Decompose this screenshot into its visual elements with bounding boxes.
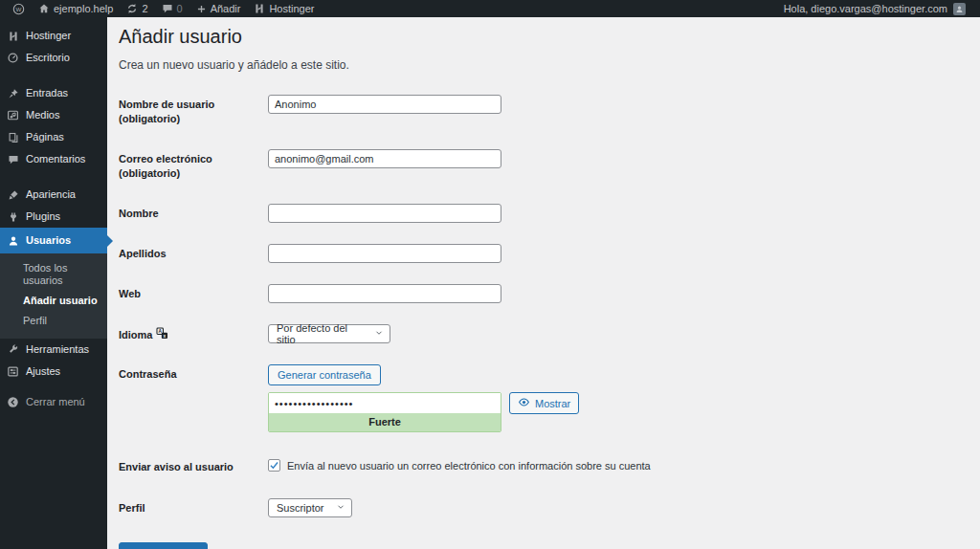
sidebar-item-medios[interactable]: Medios	[0, 104, 107, 126]
first-name-input[interactable]	[268, 204, 501, 223]
username-label: Nombre de usuario (obligatorio)	[119, 95, 268, 126]
current-menu-arrow	[107, 235, 113, 247]
sidebar-item-escritorio[interactable]: Escritorio	[0, 47, 107, 69]
form-row-last-name: Apellidos	[119, 244, 961, 263]
username-input[interactable]	[268, 95, 501, 114]
website-label: Web	[119, 284, 268, 301]
main-content: Añadir usuario Crea un nuevo usuario y a…	[107, 17, 980, 549]
avatar	[953, 3, 966, 15]
sidebar-separator	[0, 170, 107, 184]
last-name-input[interactable]	[268, 244, 501, 263]
sidebar-item-label: Usuarios	[26, 234, 71, 247]
topbar-comments[interactable]: 0	[155, 0, 189, 17]
wordpress-logo-icon: W	[12, 3, 25, 15]
password-strength-indicator: Fuerte	[269, 413, 501, 431]
submenu-item-perfil[interactable]: Perfil	[0, 311, 107, 331]
admin-sidebar: Hostinger Escritorio Entradas Medios	[0, 17, 107, 549]
form-row-website: Web	[119, 284, 961, 303]
wrench-icon	[7, 344, 19, 356]
plus-icon	[196, 4, 207, 14]
sidebar-item-label: Entradas	[26, 87, 68, 99]
collapse-menu-icon	[7, 396, 19, 408]
comments-bubble-icon	[162, 3, 173, 14]
sidebar-item-label: Ajustes	[26, 365, 60, 378]
email-input[interactable]	[268, 149, 501, 168]
topbar-updates[interactable]: 2	[120, 0, 154, 17]
language-selected-value: Por defecto del sitio	[277, 322, 367, 345]
eye-icon	[518, 396, 530, 410]
role-select[interactable]: Suscriptor	[268, 498, 352, 517]
submenu-item-todos-los-usuarios[interactable]: Todos los usuarios	[0, 258, 107, 291]
form-row-first-name: Nombre	[119, 204, 961, 223]
website-input[interactable]	[268, 284, 501, 303]
admin-top-bar: W ejemplo.help 2 0 Añadir	[0, 0, 980, 17]
sidebar-item-plugins[interactable]: Plugins	[0, 206, 107, 228]
paintbrush-icon	[7, 189, 19, 201]
topbar-greeting: Hola, diego.vargas@hostinger.com	[784, 3, 947, 14]
submenu-item-anadir-usuario[interactable]: Añadir usuario	[0, 291, 107, 311]
generate-password-button[interactable]: Generar contraseña	[268, 364, 381, 385]
sidebar-item-paginas[interactable]: Páginas	[0, 126, 107, 148]
sidebar-item-label: Cerrar menú	[26, 396, 85, 408]
translation-icon: Ax	[156, 327, 168, 343]
password-field-wrapper: Fuerte	[268, 392, 501, 432]
last-name-label: Apellidos	[119, 244, 268, 261]
chevron-down-icon	[336, 502, 345, 514]
updates-icon	[126, 3, 138, 14]
sidebar-item-hostinger[interactable]: Hostinger	[0, 25, 107, 47]
topbar-new-menu[interactable]: Añadir	[189, 0, 248, 17]
topbar-account-menu[interactable]: Hola, diego.vargas@hostinger.com	[777, 0, 972, 17]
users-icon	[7, 235, 19, 247]
sidebar-item-label: Plugins	[26, 210, 60, 223]
first-name-label: Nombre	[119, 204, 268, 221]
topbar-site-link[interactable]: ejemplo.help	[32, 0, 120, 17]
sidebar-item-ajustes[interactable]: Ajustes	[0, 361, 107, 383]
password-input[interactable]	[269, 393, 501, 413]
comments-bubble-icon	[7, 154, 19, 165]
svg-text:A: A	[159, 329, 163, 334]
svg-text:W: W	[16, 5, 22, 11]
sidebar-separator	[0, 69, 107, 82]
topbar-hostinger-menu[interactable]: Hostinger	[247, 0, 321, 17]
sidebar-item-herramientas[interactable]: Herramientas	[0, 339, 107, 361]
submit-row: Añadir usuario	[119, 542, 961, 549]
sidebar-item-apariencia[interactable]: Apariencia	[0, 184, 107, 206]
media-icon	[7, 109, 19, 121]
comments-count: 0	[177, 3, 183, 14]
password-label: Contraseña	[119, 364, 268, 382]
form-row-email: Correo electrónico (obligatorio)	[119, 149, 961, 181]
form-row-language: Idioma Ax Por defecto del sitio	[119, 324, 961, 343]
language-label: Idioma Ax	[119, 324, 268, 343]
usuarios-submenu: Todos los usuarios Añadir usuario Perfil	[0, 253, 107, 339]
add-user-submit-button[interactable]: Añadir usuario	[119, 542, 208, 549]
form-row-password: Contraseña Generar contraseña Fuerte Mos…	[119, 364, 961, 432]
username-required-note: (obligatorio)	[119, 112, 268, 126]
sidebar-item-entradas[interactable]: Entradas	[0, 82, 107, 104]
pushpin-icon	[7, 88, 19, 99]
sidebar-item-label: Medios	[26, 109, 59, 121]
send-notification-checkbox-label: Envía al nuevo usuario un correo electró…	[287, 460, 651, 472]
sidebar-item-comentarios[interactable]: Comentarios	[0, 148, 107, 170]
role-label: Perfil	[119, 498, 268, 516]
sidebar-item-usuarios[interactable]: Usuarios	[0, 228, 107, 253]
sidebar-item-label: Comentarios	[26, 153, 85, 165]
role-selected-value: Suscriptor	[277, 502, 324, 514]
hostinger-logo-icon	[254, 3, 265, 14]
language-select[interactable]: Por defecto del sitio	[268, 324, 390, 343]
sidebar-item-label: Apariencia	[26, 188, 76, 201]
topbar-hostinger-label: Hostinger	[269, 3, 314, 14]
hostinger-logo-icon	[7, 31, 19, 42]
page-subtitle: Crea un nuevo usuario y añádelo a este s…	[119, 58, 961, 72]
form-row-username: Nombre de usuario (obligatorio)	[119, 95, 961, 126]
wordpress-logo-menu[interactable]: W	[6, 0, 32, 17]
settings-icon	[7, 365, 19, 378]
show-password-button[interactable]: Mostrar	[509, 392, 579, 414]
plugin-icon	[7, 211, 19, 223]
sidebar-separator	[0, 383, 107, 391]
sidebar-item-label: Hostinger	[26, 30, 71, 42]
dashboard-icon	[7, 52, 19, 64]
send-notification-checkbox[interactable]	[268, 459, 280, 472]
sidebar-item-label: Herramientas	[26, 343, 89, 356]
topbar-new-label: Añadir	[211, 3, 241, 14]
sidebar-item-cerrar-menu[interactable]: Cerrar menú	[0, 391, 107, 413]
